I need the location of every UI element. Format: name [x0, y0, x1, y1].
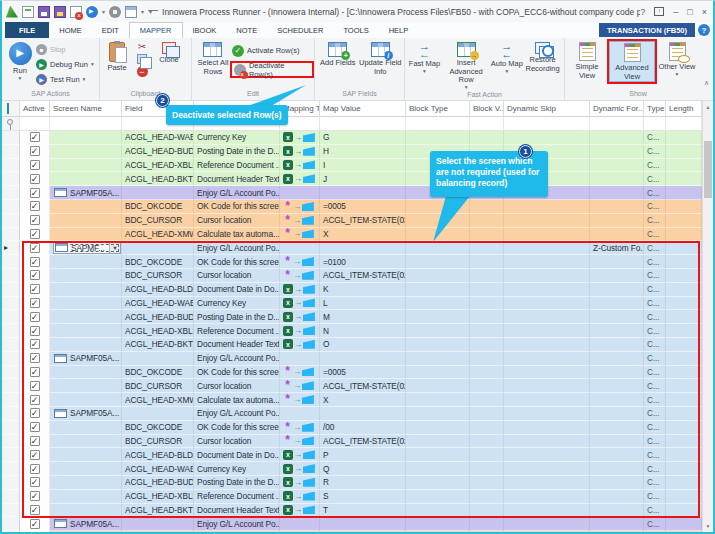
cut-icon[interactable]: ✂ — [138, 42, 146, 52]
cell-btype[interactable] — [406, 200, 470, 214]
cell-field[interactable]: BDC_CURSOR — [122, 379, 194, 393]
cell-field[interactable]: ACGL_HEAD-BUDAT — [122, 310, 194, 324]
cell-active[interactable]: ✓ — [20, 366, 50, 380]
cell-active[interactable]: ✓ — [20, 435, 50, 449]
cell-dskip[interactable] — [504, 269, 590, 283]
cell-map[interactable] — [280, 517, 320, 531]
cell-field[interactable]: BDC_OKCODE — [122, 421, 194, 435]
cell-active[interactable]: ✓ — [20, 131, 50, 145]
ribbon-collapse-icon[interactable]: ∧ — [704, 79, 709, 87]
ribbon-help-icon[interactable]: ? — [698, 24, 710, 36]
cell-bv[interactable] — [470, 269, 504, 283]
cell-bv[interactable] — [470, 214, 504, 228]
cell-dskip[interactable] — [504, 421, 590, 435]
grid-row[interactable]: ✓ACGL_HEAD-BKTXTDocument Header Textx→TC… — [2, 504, 713, 518]
column-header-btype[interactable]: Block Type — [406, 101, 470, 116]
grid-row[interactable]: ✓BDC_OKCODEOK Code for this screen*→=000… — [2, 200, 713, 214]
row-checkbox[interactable]: ✓ — [30, 339, 40, 349]
cell-active[interactable]: ✓ — [20, 324, 50, 338]
cell-value[interactable]: ACGL_ITEM-STATE(02) — [320, 214, 406, 228]
cell-type[interactable]: C... — [644, 324, 666, 338]
cell-dfmt[interactable] — [590, 490, 644, 504]
cell-dfmt[interactable] — [590, 228, 644, 242]
cell-dfmt[interactable] — [590, 145, 644, 159]
cell-value[interactable] — [320, 186, 406, 200]
cell-field[interactable] — [122, 352, 194, 366]
cell-type[interactable]: C... — [644, 172, 666, 186]
column-header-value[interactable]: Map Value — [320, 101, 406, 116]
cell-dskip[interactable] — [504, 200, 590, 214]
row-checkbox[interactable]: ✓ — [30, 146, 40, 156]
cell-map[interactable]: x→ — [280, 476, 320, 490]
cell-btype[interactable] — [406, 338, 470, 352]
advanced-view-button[interactable]: Advanced View — [609, 41, 655, 82]
cell-active[interactable]: ✓ — [20, 159, 50, 173]
cell-value[interactable]: X — [320, 228, 406, 242]
cell-type[interactable]: C... — [644, 366, 666, 380]
cell-len[interactable] — [666, 366, 702, 380]
row-checkbox[interactable]: ✓ — [30, 243, 40, 253]
cell-screen[interactable] — [50, 159, 122, 173]
clone-button[interactable]: Clone — [152, 41, 186, 65]
cell-btype[interactable] — [406, 255, 470, 269]
cell-value[interactable]: =0005 — [320, 200, 406, 214]
cell-active[interactable]: ✓ — [20, 490, 50, 504]
cell-len[interactable] — [666, 379, 702, 393]
cell-len[interactable] — [666, 241, 702, 255]
cell-value[interactable]: X — [320, 393, 406, 407]
cell-bv[interactable] — [470, 338, 504, 352]
cell-dskip[interactable] — [504, 255, 590, 269]
cell-active[interactable]: ✓ — [20, 241, 50, 255]
cell-type[interactable]: C... — [644, 186, 666, 200]
grid-row[interactable]: ✓ACGL_HEAD-WAERSCurrency Keyx→GC... — [2, 131, 713, 145]
tab-mapper[interactable]: MAPPER — [129, 22, 183, 38]
cell-bv[interactable] — [470, 297, 504, 311]
grid-row[interactable]: ✓ACGL_HEAD-XBLNRReference Document ...x→… — [2, 490, 713, 504]
cell-map[interactable]: *→ — [280, 421, 320, 435]
cell-active[interactable]: ✓ — [20, 255, 50, 269]
cell-len[interactable] — [666, 172, 702, 186]
cell-field[interactable]: ACGL_HEAD-BLDAT — [122, 283, 194, 297]
cell-value[interactable]: /00 — [320, 421, 406, 435]
cell-dfmt[interactable] — [590, 159, 644, 173]
cell-bv[interactable] — [470, 421, 504, 435]
cell-desc[interactable]: Cursor location — [194, 435, 280, 449]
cell-desc[interactable]: Document Date in Do... — [194, 283, 280, 297]
cell-active[interactable]: ✓ — [20, 448, 50, 462]
cell-map[interactable]: x→ — [280, 131, 320, 145]
cell-field[interactable]: BDC_OKCODE — [122, 255, 194, 269]
cell-screen[interactable] — [50, 393, 122, 407]
grid-row[interactable]: ✓ACGL_HEAD-XBLNRReference Document ...x→… — [2, 324, 713, 338]
cell-desc[interactable]: Document Header Text — [194, 172, 280, 186]
cell-active[interactable]: ✓ — [20, 338, 50, 352]
cell-screen[interactable]: SAPMF05A... — [50, 352, 122, 366]
cell-map[interactable]: x→ — [280, 324, 320, 338]
cell-field[interactable]: ACGL_HEAD-BKTXT — [122, 504, 194, 518]
cell-value[interactable]: =0005 — [320, 366, 406, 380]
cell-field[interactable]: BDC_CURSOR — [122, 214, 194, 228]
cell-bv[interactable] — [470, 504, 504, 518]
cell-dfmt[interactable] — [590, 379, 644, 393]
cell-dskip[interactable] — [504, 324, 590, 338]
grid-row[interactable]: ✓ACGL_HEAD-XMWSTCalculate tax automa...*… — [2, 393, 713, 407]
cell-bv[interactable] — [470, 283, 504, 297]
cell-desc[interactable]: Document Date in Do... — [194, 448, 280, 462]
cell-screen[interactable] — [50, 490, 122, 504]
cell-screen[interactable] — [50, 283, 122, 297]
cell-desc[interactable]: Posting Date in the D... — [194, 476, 280, 490]
cell-desc[interactable]: Currency Key — [194, 462, 280, 476]
cell-desc[interactable]: Calculate tax automa... — [194, 228, 280, 242]
cell-value[interactable]: I — [320, 159, 406, 173]
simple-view-button[interactable]: Simple View — [567, 41, 607, 80]
cell-dfmt[interactable] — [590, 476, 644, 490]
cell-value[interactable]: H — [320, 145, 406, 159]
scrollbar-thumb[interactable] — [704, 141, 712, 198]
cell-field[interactable]: ACGL_HEAD-XBLNR — [122, 490, 194, 504]
cell-screen[interactable] — [50, 379, 122, 393]
cell-map[interactable] — [280, 186, 320, 200]
cell-map[interactable]: x→ — [280, 448, 320, 462]
cell-type[interactable]: C... — [644, 517, 666, 531]
activate-rows-button[interactable]: ✓ Activate Row(s) — [232, 44, 312, 57]
cell-value[interactable] — [320, 517, 406, 531]
cell-len[interactable] — [666, 228, 702, 242]
